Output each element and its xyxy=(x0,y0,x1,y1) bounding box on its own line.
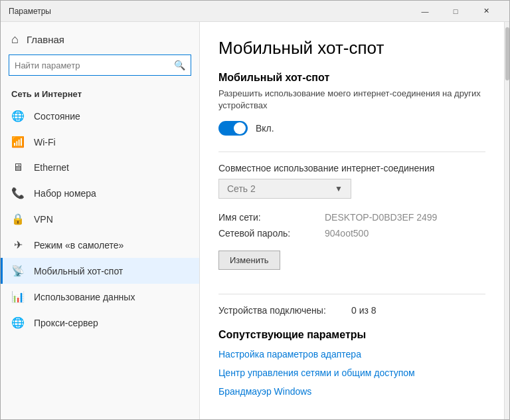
vpn-icon: 🔒 xyxy=(11,213,25,225)
window-controls: — □ ✕ xyxy=(410,1,501,22)
network-select-value: Сеть 2 xyxy=(227,183,256,194)
wifi-icon: 📶 xyxy=(11,136,25,148)
network-name-row: Имя сети: DESKTOP-D0BD3EF 2499 xyxy=(218,212,485,223)
sidebar-item-hotspot[interactable]: 📡 Мобильный хот-спот xyxy=(1,258,199,284)
title-bar: Параметры — □ ✕ xyxy=(1,1,509,22)
chevron-down-icon: ▼ xyxy=(335,184,343,193)
toggle-knob xyxy=(234,122,246,134)
proxy-icon: 🌐 xyxy=(11,316,25,329)
sidebar-item-datausage-label: Использование данных xyxy=(34,292,135,302)
sidebar-item-state[interactable]: 🌐 Состояние xyxy=(1,103,199,129)
search-icon: 🔍 xyxy=(169,60,191,70)
devices-value: 0 из 8 xyxy=(351,305,377,316)
sidebar-item-hotspot-label: Мобильный хот-спот xyxy=(34,266,123,276)
search-input[interactable] xyxy=(9,60,169,70)
sidebar-section-title: Сеть и Интернет xyxy=(1,84,199,103)
toggle-row: Вкл. xyxy=(218,121,485,136)
sidebar-item-datausage[interactable]: 📊 Использование данных xyxy=(1,284,199,310)
close-button[interactable]: ✕ xyxy=(471,1,501,22)
sidebar-item-airplane-label: Режим «в самолете» xyxy=(34,240,124,251)
sidebar-item-state-label: Состояние xyxy=(34,111,80,122)
airplane-icon: ✈ xyxy=(11,239,25,251)
network-select[interactable]: Сеть 2 ▼ xyxy=(218,179,351,199)
main-content: Мобильный хот-спот Мобильный хот-спот Ра… xyxy=(200,22,504,419)
window-title: Параметры xyxy=(9,7,410,16)
sidebar-item-vpn-label: VPN xyxy=(34,214,53,225)
sidebar: ⌂ Главная 🔍 Сеть и Интернет 🌐 Состояние … xyxy=(1,22,200,419)
content-area: ⌂ Главная 🔍 Сеть и Интернет 🌐 Состояние … xyxy=(1,22,509,419)
network-select-row: Сеть 2 ▼ xyxy=(218,179,485,199)
hotspot-section-desc: Разрешить использование моего интернет-с… xyxy=(218,88,485,112)
share-label: Совместное использование интернет-соедин… xyxy=(218,163,485,173)
change-button[interactable]: Изменить xyxy=(218,251,280,270)
hotspot-icon: 📡 xyxy=(11,264,25,277)
ethernet-icon: 🖥 xyxy=(11,161,25,173)
divider-1 xyxy=(218,152,485,152)
sidebar-item-vpn[interactable]: 🔒 VPN xyxy=(1,206,199,232)
sidebar-item-proxy-label: Прокси-сервер xyxy=(34,318,98,328)
related-link-control-center[interactable]: Центр управления сетями и общим доступом xyxy=(218,368,485,378)
scrollbar-track xyxy=(504,22,509,419)
sidebar-item-wifi[interactable]: 📶 Wi-Fi xyxy=(1,129,199,155)
maximize-button[interactable]: □ xyxy=(440,1,471,22)
dialup-icon: 📞 xyxy=(11,187,25,199)
devices-key: Устройства подключены: xyxy=(218,305,351,316)
related-link-firewall[interactable]: Брандмауэр Windows xyxy=(218,386,485,397)
hotspot-section-title: Мобильный хот-спот xyxy=(218,72,485,84)
page-title: Мобильный хот-спот xyxy=(218,38,485,58)
related-title: Сопутствующие параметры xyxy=(218,329,485,341)
sidebar-item-ethernet[interactable]: 🖥 Ethernet xyxy=(1,155,199,180)
related-link-adapter[interactable]: Настройка параметров адаптера xyxy=(218,349,485,360)
hotspot-toggle[interactable] xyxy=(218,121,248,136)
sidebar-item-proxy[interactable]: 🌐 Прокси-сервер xyxy=(1,310,199,336)
search-box[interactable]: 🔍 xyxy=(9,54,191,76)
sidebar-home-label: Главная xyxy=(27,34,64,45)
network-password-row: Сетевой пароль: 904oot500 xyxy=(218,228,485,239)
home-icon: ⌂ xyxy=(11,33,19,47)
toggle-label: Вкл. xyxy=(256,123,274,134)
sidebar-item-ethernet-label: Ethernet xyxy=(34,162,69,173)
state-icon: 🌐 xyxy=(11,110,25,122)
window: Параметры — □ ✕ ⌂ Главная 🔍 Сеть и Интер… xyxy=(0,0,510,420)
devices-row: Устройства подключены: 0 из 8 xyxy=(218,305,485,316)
minimize-button[interactable]: — xyxy=(410,1,440,22)
network-password-value: 904oot500 xyxy=(325,228,369,239)
sidebar-item-airplane[interactable]: ✈ Режим «в самолете» xyxy=(1,232,199,258)
divider-2 xyxy=(218,294,485,294)
datausage-icon: 📊 xyxy=(11,290,25,303)
scrollbar-thumb[interactable] xyxy=(505,27,509,80)
sidebar-item-dialup-label: Набор номера xyxy=(34,188,96,199)
sidebar-home[interactable]: ⌂ Главная xyxy=(1,22,199,54)
network-password-key: Сетевой пароль: xyxy=(218,228,325,239)
network-name-key: Имя сети: xyxy=(218,212,325,223)
sidebar-item-dialup[interactable]: 📞 Набор номера xyxy=(1,180,199,206)
network-name-value: DESKTOP-D0BD3EF 2499 xyxy=(325,212,437,223)
sidebar-item-wifi-label: Wi-Fi xyxy=(34,137,56,148)
